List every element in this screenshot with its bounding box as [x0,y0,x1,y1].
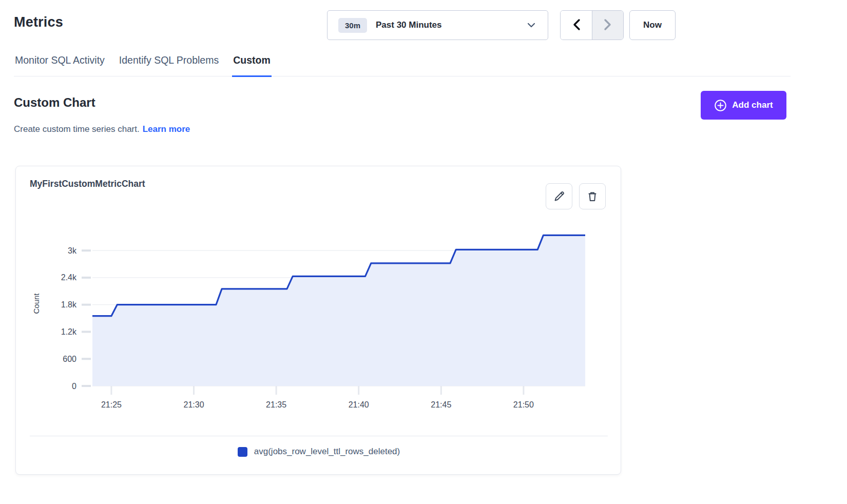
metrics-tabs: Monitor SQL Activity Identify SQL Proble… [14,51,791,76]
section-subtitle: Create custom time series chart.Learn mo… [14,124,190,134]
subtitle-text: Create custom time series chart. [14,124,140,134]
svg-text:3k: 3k [68,246,77,255]
time-range-label: Past 30 Minutes [376,20,442,30]
now-button[interactable]: Now [629,10,676,40]
add-chart-button[interactable]: Add chart [701,91,786,120]
time-range-badge: 30m [338,18,367,33]
plus-circle-icon [714,99,727,112]
edit-chart-button[interactable] [546,183,572,209]
tab-monitor-sql-activity[interactable]: Monitor SQL Activity [14,51,106,77]
chart-legend: avg(jobs_row_level_ttl_rows_deleted) [16,447,622,457]
legend-label: avg(jobs_row_level_ttl_rows_deleted) [254,447,400,457]
chevron-right-icon [604,18,612,32]
svg-text:0: 0 [72,382,76,391]
add-chart-label: Add chart [732,100,773,110]
chart-title: MyFirstCustomMetricChart [30,179,145,189]
trash-icon [586,190,599,203]
time-range-select[interactable]: 30m Past 30 Minutes [327,10,548,40]
custom-metric-chart: 21:2521:3021:3521:4021:4521:5006001.2k1.… [16,207,622,413]
svg-text:21:40: 21:40 [349,400,369,409]
tab-identify-sql-problems[interactable]: Identify SQL Problems [118,51,220,77]
delete-chart-button[interactable] [579,183,606,209]
svg-text:2.4k: 2.4k [61,273,77,282]
page-title: Metrics [14,14,63,30]
tab-custom[interactable]: Custom [232,51,272,77]
svg-text:Count: Count [32,293,41,314]
prev-time-button[interactable] [561,11,592,40]
next-time-button[interactable] [592,11,623,40]
pencil-icon [553,190,565,203]
learn-more-link[interactable]: Learn more [143,124,190,134]
chart-card: MyFirstCustomMetricChart 21:2521:3021:35… [15,166,621,475]
time-pager [560,10,624,40]
legend-swatch [238,447,247,457]
svg-text:21:35: 21:35 [266,400,286,409]
svg-text:600: 600 [63,355,76,363]
svg-text:1.2k: 1.2k [61,327,77,336]
svg-text:21:50: 21:50 [513,400,534,409]
card-divider [30,436,608,436]
chevron-down-icon [527,23,535,28]
section-title: Custom Chart [14,95,95,110]
chevron-left-icon [572,18,581,32]
svg-text:21:45: 21:45 [431,400,451,409]
svg-text:21:30: 21:30 [184,400,204,409]
svg-text:1.8k: 1.8k [61,300,77,309]
svg-text:21:25: 21:25 [101,400,122,409]
